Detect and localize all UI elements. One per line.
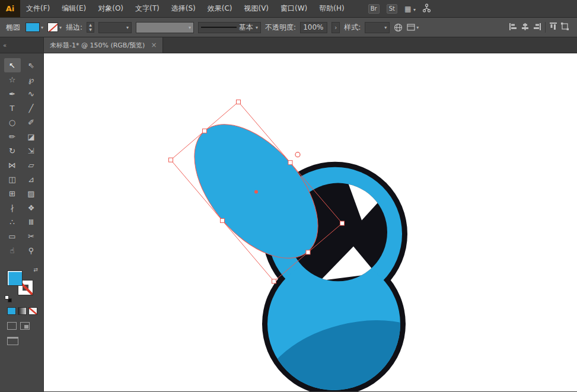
align-center-icon[interactable]: [521, 23, 529, 32]
menu-item[interactable]: 效果(C): [202, 0, 238, 17]
brush-stroke-preview: [201, 27, 237, 28]
stroke-color-picker[interactable]: ▾: [47, 23, 62, 32]
hand-tool[interactable]: ☝: [4, 243, 21, 257]
transform-panel-icon[interactable]: [561, 23, 569, 32]
stock-badge[interactable]: St: [387, 4, 397, 14]
fill-color-picker[interactable]: ▾: [25, 23, 43, 32]
document-tab[interactable]: 未标题-1* @ 150% (RGB/预览) ×: [44, 37, 163, 53]
menu-item[interactable]: 选择(S): [165, 0, 202, 17]
chevron-down-icon: ▾: [413, 7, 416, 12]
brush-definition-value: 基本: [239, 23, 253, 33]
stepper-down-icon[interactable]: ▼: [87, 27, 94, 32]
fill-stroke-widget: ⇄: [7, 270, 36, 299]
menu-item[interactable]: 帮助(H): [313, 0, 350, 17]
blend-tool[interactable]: ❖: [23, 200, 40, 215]
menu-bar: Ai 文件(F)编辑(E)对象(O)文字(T)选择(S)效果(C)视图(V)窗口…: [0, 0, 577, 18]
chevron-down-icon: ▾: [59, 25, 62, 30]
handle-top-right: [288, 161, 292, 165]
workspace-switcher-icon[interactable]: ▦ ▾: [404, 5, 416, 13]
eyedropper-tool[interactable]: ∤: [4, 200, 21, 215]
stepper-up-icon[interactable]: ▲: [87, 23, 94, 27]
menu-item[interactable]: 视图(V): [238, 0, 275, 17]
type-tool[interactable]: T: [4, 101, 21, 115]
handle-bottom-left: [221, 219, 225, 223]
ellipse-tool[interactable]: ○: [4, 115, 21, 129]
magic-wand-tool[interactable]: ☆: [4, 72, 21, 87]
symbol-sprayer-tool[interactable]: ∴: [4, 215, 21, 229]
draw-behind-icon[interactable]: [20, 322, 30, 330]
selection-center-point[interactable]: [254, 190, 258, 194]
artboard-tool[interactable]: ▭: [4, 229, 21, 243]
tab-close-icon[interactable]: ×: [151, 41, 157, 49]
brush-definition-select[interactable]: 基本 ▾: [198, 22, 261, 33]
default-fill-stroke-icon[interactable]: [5, 295, 12, 302]
menu-item[interactable]: 编辑(E): [56, 0, 92, 17]
column-graph-tool[interactable]: Ⅲ: [23, 215, 40, 229]
document-tab-title: 未标题-1* @ 150% (RGB/预览): [50, 41, 145, 50]
style-select[interactable]: ▾: [365, 22, 390, 33]
pencil-tool[interactable]: ✏: [4, 129, 21, 144]
tools-panel-header: «: [0, 37, 43, 53]
align-icons-group: [509, 22, 569, 33]
stroke-width-stepper[interactable]: ▲ ▼: [87, 22, 94, 33]
tools-panel: « ↖⇖☆℘✒∿T╱○✐✏◪↻⇲⋈▱◫⊿⊞▨∤❖∴Ⅲ▭✂☝⚲ ⇄: [0, 37, 44, 391]
color-button[interactable]: [7, 307, 16, 315]
active-tool-label: 椭圆: [6, 23, 20, 33]
fill-indicator[interactable]: [7, 270, 23, 286]
pen-tool[interactable]: ✒: [4, 87, 21, 101]
line-segment-tool[interactable]: ╱: [23, 101, 40, 115]
gradient-button[interactable]: [18, 307, 27, 315]
rotate-cursor-icon: [295, 152, 300, 157]
artwork-svg: [44, 53, 577, 391]
direct-selection-tool[interactable]: ⇖: [23, 58, 40, 72]
menu-item[interactable]: 窗口(W): [275, 0, 313, 17]
control-bar: 椭圆 ▾ ▾ 描边: ▲ ▼ ▾ ▾ 基本 ▾ 不透明度: 100% › 样式:…: [0, 18, 577, 37]
stroke-width-select[interactable]: ▾: [98, 22, 132, 33]
screen-mode-icon[interactable]: [7, 337, 18, 345]
zoom-tool[interactable]: ⚲: [23, 243, 40, 257]
slice-tool[interactable]: ✂: [23, 229, 40, 243]
align-top-icon[interactable]: [550, 23, 557, 32]
bridge-badge[interactable]: Br: [368, 4, 380, 14]
handle-bottom-right: [306, 250, 310, 254]
app-logo[interactable]: Ai: [0, 0, 20, 17]
eraser-tool[interactable]: ◪: [23, 129, 40, 144]
document-setup-globe-icon[interactable]: [394, 23, 403, 32]
free-transform-tool[interactable]: ▱: [23, 158, 40, 172]
menu-item[interactable]: 对象(O): [92, 0, 129, 17]
chevron-down-icon: ▾: [189, 25, 191, 30]
handle-top-left: [203, 129, 207, 133]
draw-normal-icon[interactable]: [7, 322, 17, 330]
selection-tool[interactable]: ↖: [4, 58, 21, 72]
chevron-down-icon: ▾: [41, 25, 43, 30]
divider: [545, 22, 546, 33]
swap-fill-stroke-icon[interactable]: ⇄: [33, 267, 38, 273]
tools-grid: ↖⇖☆℘✒∿T╱○✐✏◪↻⇲⋈▱◫⊿⊞▨∤❖∴Ⅲ▭✂☝⚲: [0, 53, 43, 257]
lasso-tool[interactable]: ℘: [23, 72, 40, 87]
width-profile-select[interactable]: ▾: [136, 22, 194, 33]
arrange-documents-icon[interactable]: ▾: [407, 24, 419, 31]
perspective-grid-tool[interactable]: ⊿: [23, 172, 40, 186]
collapse-panel-icon[interactable]: «: [3, 42, 7, 49]
rotate-tool[interactable]: ↻: [4, 144, 21, 158]
share-icon[interactable]: [423, 4, 431, 14]
menu-item[interactable]: 文件(F): [20, 0, 56, 17]
mesh-tool[interactable]: ⊞: [4, 186, 21, 200]
opacity-input[interactable]: 100%: [300, 22, 327, 33]
shape-builder-tool[interactable]: ◫: [4, 172, 21, 186]
paintbrush-tool[interactable]: ✐: [23, 115, 40, 129]
handle-top: [237, 100, 241, 104]
width-tool[interactable]: ⋈: [4, 158, 21, 172]
align-left-icon[interactable]: [509, 23, 517, 32]
handle-bottom: [272, 279, 276, 283]
menu-item[interactable]: 文字(T): [129, 0, 165, 17]
scale-tool[interactable]: ⇲: [23, 144, 40, 158]
document-tab-bar: 未标题-1* @ 150% (RGB/预览) ×: [44, 37, 577, 53]
align-right-icon[interactable]: [533, 23, 541, 32]
artboard-canvas[interactable]: [44, 53, 577, 391]
gradient-tool[interactable]: ▨: [23, 186, 40, 200]
opacity-panel-arrow[interactable]: ›: [331, 22, 340, 33]
drawing-modes: [7, 322, 43, 330]
curvature-tool[interactable]: ∿: [23, 87, 40, 101]
none-button[interactable]: [28, 307, 37, 315]
